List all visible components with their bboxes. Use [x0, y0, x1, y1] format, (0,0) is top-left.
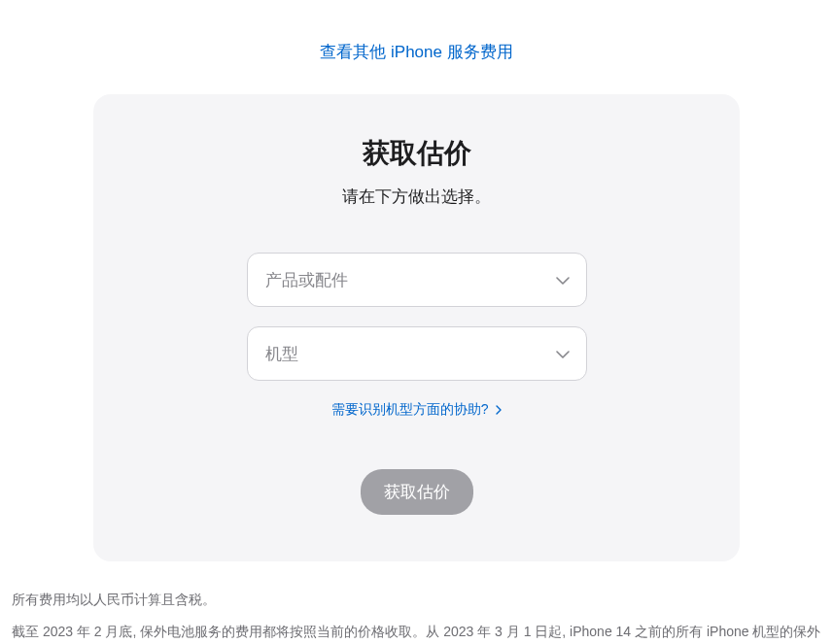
footer-text: 所有费用均以人民币计算且含税。 截至 2023 年 2 月底, 保外电池服务的费…	[0, 561, 833, 644]
product-select[interactable]: 产品或配件	[247, 253, 587, 307]
help-link-text: 需要识别机型方面的协助?	[331, 401, 489, 417]
card-title: 获取估价	[142, 135, 691, 172]
help-link-wrap: 需要识别机型方面的协助?	[142, 400, 691, 419]
identify-model-help-link[interactable]: 需要识别机型方面的协助?	[331, 401, 503, 417]
model-select-wrap: 机型	[247, 326, 587, 381]
view-other-fees-link[interactable]: 查看其他 iPhone 服务费用	[320, 43, 512, 61]
chevron-right-icon	[496, 402, 502, 418]
model-select[interactable]: 机型	[247, 326, 587, 381]
estimate-card: 获取估价 请在下方做出选择。 产品或配件 机型 需要识别机型方面的协助?	[93, 94, 740, 561]
product-select-wrap: 产品或配件	[247, 253, 587, 307]
top-link-wrap: 查看其他 iPhone 服务费用	[0, 0, 833, 94]
footer-line-2: 截至 2023 年 2 月底, 保外电池服务的费用都将按照当前的价格收取。从 2…	[12, 617, 821, 644]
footer-line-1: 所有费用均以人民币计算且含税。	[12, 585, 821, 615]
model-select-placeholder: 机型	[265, 343, 298, 365]
product-select-placeholder: 产品或配件	[265, 269, 348, 291]
card-subtitle: 请在下方做出选择。	[142, 186, 691, 208]
get-estimate-button[interactable]: 获取估价	[361, 469, 473, 515]
